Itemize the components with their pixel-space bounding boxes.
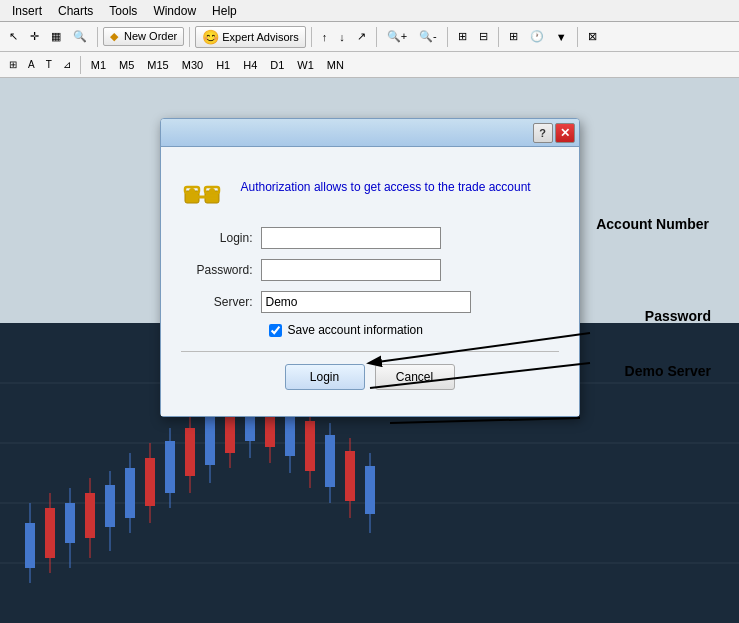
- save-info-label: Save account information: [288, 323, 423, 337]
- save-info-checkbox[interactable]: [269, 324, 282, 337]
- bar-btn[interactable]: ⊞: [453, 25, 472, 49]
- tf-m1[interactable]: M1: [85, 56, 112, 74]
- sep1: [97, 27, 98, 47]
- main-area: ? ✕: [0, 78, 739, 623]
- svg-point-43: [189, 188, 195, 194]
- demo-server-annotation: Demo Server: [625, 363, 711, 379]
- cancel-button[interactable]: Cancel: [375, 364, 455, 390]
- expert-advisors-button[interactable]: 😊 Expert Advisors: [195, 26, 305, 48]
- login-label: Login:: [181, 231, 261, 245]
- svg-point-46: [209, 188, 215, 194]
- main-toolbar: ↖ ✛ ▦ 🔍 ◆ New Order 😊 Expert Advisors ↑ …: [0, 22, 739, 52]
- tf-sep1: [80, 56, 81, 74]
- account-number-annotation: Account Number: [596, 216, 709, 232]
- dialog-help-button[interactable]: ?: [533, 123, 553, 143]
- save-info-row: Save account information: [269, 323, 559, 337]
- server-select[interactable]: Demo: [261, 291, 471, 313]
- zoom-out-btn[interactable]: 🔍-: [414, 25, 442, 49]
- tf-mn[interactable]: MN: [321, 56, 350, 74]
- arrow-btn[interactable]: ↖: [4, 25, 23, 49]
- tf-h4[interactable]: H4: [237, 56, 263, 74]
- ea-icon: 😊: [202, 29, 219, 45]
- password-annotation: Password: [645, 308, 711, 324]
- crosshair-btn[interactable]: ✛: [25, 25, 44, 49]
- dialog-titlebar: ? ✕: [161, 119, 579, 147]
- login-input[interactable]: [261, 227, 441, 249]
- menubar: Insert Charts Tools Window Help: [0, 0, 739, 22]
- dialog-header: Authorization allows to get access to th…: [181, 163, 559, 211]
- menu-window[interactable]: Window: [145, 2, 204, 20]
- tf-m30[interactable]: M30: [176, 56, 209, 74]
- dialog-overlay: ? ✕: [0, 78, 739, 623]
- grid-btn[interactable]: ⊞: [504, 25, 523, 49]
- up-arrow-btn[interactable]: ↑: [317, 25, 333, 49]
- password-label: Password:: [181, 263, 261, 277]
- sep2: [189, 27, 190, 47]
- zoom-btn[interactable]: 🔍: [68, 25, 92, 49]
- tf-angle[interactable]: ⊿: [58, 53, 76, 77]
- tf-h1[interactable]: H1: [210, 56, 236, 74]
- down-arrow-btn[interactable]: ↓: [334, 25, 350, 49]
- key-icon: [181, 163, 229, 211]
- server-label: Server:: [181, 295, 261, 309]
- password-input[interactable]: [261, 259, 441, 281]
- bar-chart-btn[interactable]: ▦: [46, 25, 66, 49]
- menu-tools[interactable]: Tools: [101, 2, 145, 20]
- sep6: [498, 27, 499, 47]
- menu-help[interactable]: Help: [204, 2, 245, 20]
- dialog-close-button[interactable]: ✕: [555, 123, 575, 143]
- tf-d1[interactable]: D1: [264, 56, 290, 74]
- password-row: Password:: [181, 259, 559, 281]
- dialog-message: Authorization allows to get access to th…: [241, 179, 531, 196]
- server-select-wrapper: Demo: [261, 291, 471, 313]
- new-order-icon: ◆: [110, 30, 118, 42]
- sep3: [311, 27, 312, 47]
- expert-advisors-label: Expert Advisors: [222, 31, 298, 43]
- login-dialog: ? ✕: [160, 118, 580, 417]
- tf-icon1[interactable]: ⊞: [4, 53, 22, 77]
- dialog-footer: Login Cancel: [181, 364, 559, 404]
- zoom-in-btn[interactable]: 🔍+: [382, 25, 412, 49]
- tf-icon3[interactable]: T: [41, 53, 57, 77]
- sep5: [447, 27, 448, 47]
- clock-btn[interactable]: 🕐: [525, 25, 549, 49]
- new-order-button[interactable]: ◆ New Order: [103, 27, 184, 46]
- dialog-body: Authorization allows to get access to th…: [161, 147, 579, 416]
- tf-w1[interactable]: W1: [291, 56, 320, 74]
- menu-charts[interactable]: Charts: [50, 2, 101, 20]
- tf-icon2[interactable]: A: [23, 53, 40, 77]
- menu-insert[interactable]: Insert: [4, 2, 50, 20]
- extra-btn[interactable]: ⊠: [583, 25, 602, 49]
- login-button[interactable]: Login: [285, 364, 365, 390]
- new-order-label: New Order: [124, 30, 177, 42]
- tf-m5[interactable]: M5: [113, 56, 140, 74]
- server-row: Server: Demo: [181, 291, 559, 313]
- sep7: [577, 27, 578, 47]
- tf-m15[interactable]: M15: [141, 56, 174, 74]
- login-row: Login:: [181, 227, 559, 249]
- timeframe-toolbar: ⊞ A T ⊿ M1 M5 M15 M30 H1 H4 D1 W1 MN: [0, 52, 739, 78]
- diagonal-btn[interactable]: ↗: [352, 25, 371, 49]
- line-btn[interactable]: ⊟: [474, 25, 493, 49]
- sep4: [376, 27, 377, 47]
- dialog-divider: [181, 351, 559, 352]
- settings-btn[interactable]: ▼: [551, 25, 572, 49]
